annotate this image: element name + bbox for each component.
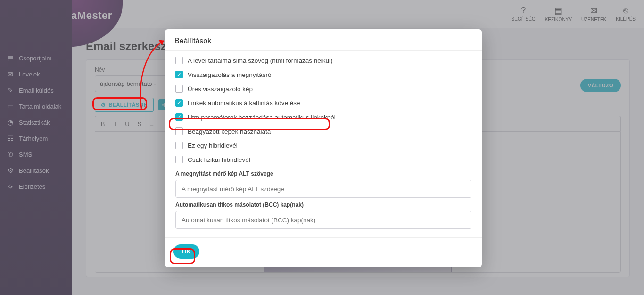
modal-body[interactable]: A levél tartalma sima szöveg (html formá…	[165, 50, 482, 237]
check-link-tracking[interactable]: ✓ Linkek automatikus átkattintás követés…	[173, 96, 473, 110]
checkbox-icon[interactable]	[175, 127, 183, 135]
check-label: Beágyazott képek használata	[188, 128, 271, 135]
check-empty-image[interactable]: Üres visszaigazoló kép	[173, 82, 473, 96]
checkbox-checked-icon[interactable]: ✓	[175, 113, 183, 121]
modal-footer: OK	[165, 237, 482, 267]
check-label: Linkek automatikus átkattintás követése	[188, 100, 300, 107]
alt-text-input[interactable]	[175, 180, 471, 198]
checkbox-checked-icon[interactable]: ✓	[175, 99, 183, 107]
check-label: A levél tartalma sima szöveg (html formá…	[188, 57, 333, 64]
check-plain-text[interactable]: A levél tartalma sima szöveg (html formá…	[173, 53, 473, 67]
checkbox-icon[interactable]	[175, 85, 183, 93]
bcc-input[interactable]	[175, 211, 471, 229]
alt-text-label: A megnyitást mérő kép ALT szövege	[175, 170, 471, 177]
checkbox-icon[interactable]	[175, 156, 183, 163]
check-label: Visszaigazolás a megnyitásról	[188, 71, 273, 78]
bcc-label: Automatikusan titkos másolatot (BCC) kap…	[175, 202, 471, 208]
ok-button[interactable]: OK	[173, 244, 199, 259]
alt-text-field: A megnyitást mérő kép ALT szövege	[175, 170, 471, 198]
check-hybrid[interactable]: Ez egy hibridlevél	[173, 138, 473, 152]
check-label: Utm paraméterek hozzáadása automatikus l…	[188, 114, 336, 121]
bcc-field: Automatikusan titkos másolatot (BCC) kap…	[175, 202, 471, 229]
check-label: Ez egy hibridlevél	[188, 142, 238, 149]
settings-modal: Beállítások A levél tartalma sima szöveg…	[165, 29, 482, 267]
check-label: Csak fizikai hibridlevél	[188, 156, 250, 163]
check-utm-params[interactable]: ✓ Utm paraméterek hozzáadása automatikus…	[173, 110, 473, 124]
modal-title: Beállítások	[165, 29, 482, 50]
check-embedded-images[interactable]: Beágyazott képek használata	[173, 124, 473, 138]
checkbox-icon[interactable]	[175, 142, 183, 149]
checkbox-checked-icon[interactable]: ✓	[175, 71, 183, 78]
check-physical-hybrid[interactable]: Csak fizikai hibridlevél	[173, 152, 473, 167]
check-label: Üres visszaigazoló kép	[188, 85, 253, 93]
check-open-receipt[interactable]: ✓ Visszaigazolás a megnyitásról	[173, 67, 473, 82]
checkbox-icon[interactable]	[175, 57, 183, 64]
